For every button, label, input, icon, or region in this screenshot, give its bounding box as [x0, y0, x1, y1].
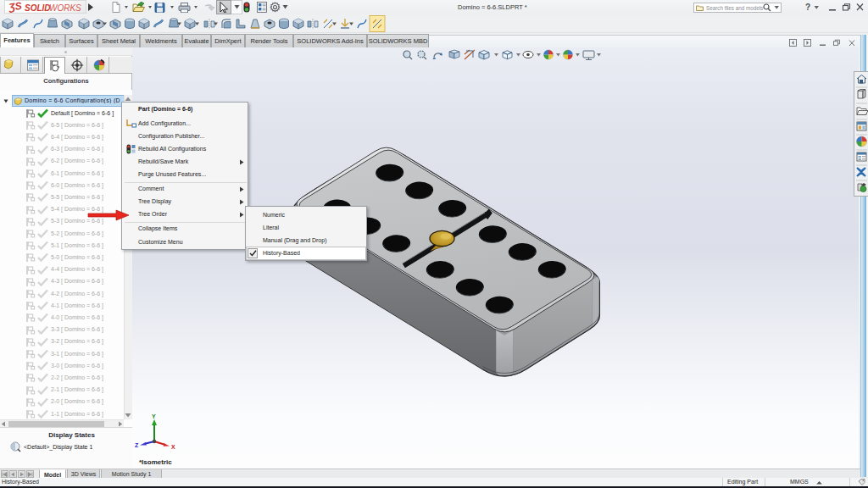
svg-text:WORKS: WORKS [49, 3, 81, 13]
svg-text:Y: Y [152, 413, 156, 419]
svg-text:Z: Z [135, 442, 139, 448]
svg-text:X: X [171, 444, 175, 450]
svg-text:ƷS: ƷS [7, 1, 22, 13]
svg-text:SOLID: SOLID [25, 3, 51, 13]
